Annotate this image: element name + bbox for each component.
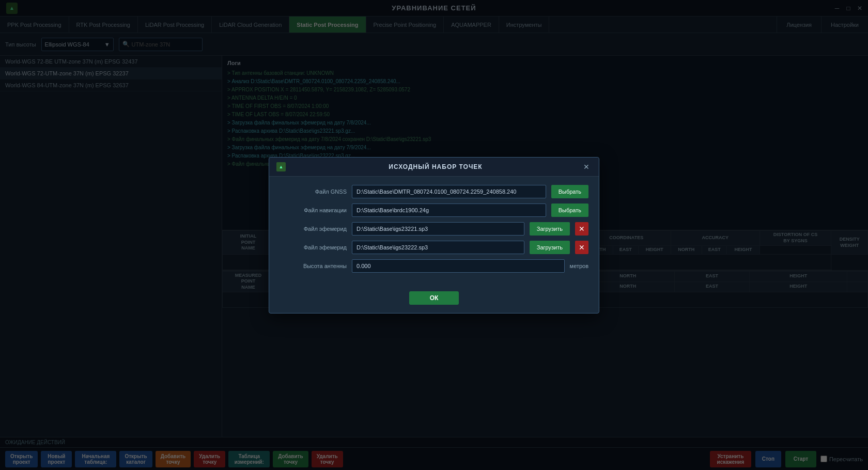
modal-overlay: ▲ ИСХОДНЫЙ НАБОР ТОЧЕК ✕ Файл GNSS Выбра… (0, 0, 868, 470)
gnss-input[interactable] (352, 185, 546, 198)
modal-body: Файл GNSS Выбрать Файл навигации Выбрать… (269, 177, 599, 286)
eph2-input[interactable] (352, 241, 524, 254)
modal-row-eph2: Файл эфемерид Загрузить ✕ (280, 241, 588, 254)
eph1-delete-button[interactable]: ✕ (575, 222, 588, 236)
nav-select-button[interactable]: Выбрать (551, 203, 588, 217)
gnss-label: Файл GNSS (280, 189, 347, 195)
modal-close-button[interactable]: ✕ (581, 162, 592, 172)
eph1-label: Файл эфемерид (280, 226, 347, 232)
antenna-label: Высота антенны (280, 263, 347, 269)
modal-logo: ▲ (276, 162, 286, 171)
modal-row-nav: Файл навигации Выбрать (280, 203, 588, 217)
antenna-units: метров (570, 263, 588, 269)
eph2-delete-button[interactable]: ✕ (575, 241, 588, 254)
nav-input[interactable] (352, 203, 546, 217)
modal-dialog: ▲ ИСХОДНЫЙ НАБОР ТОЧЕК ✕ Файл GNSS Выбра… (269, 157, 599, 314)
modal-ok-button[interactable]: ОК (409, 291, 459, 305)
gnss-select-button[interactable]: Выбрать (551, 185, 588, 198)
eph2-load-button[interactable]: Загрузить (530, 241, 570, 254)
modal-row-gnss: Файл GNSS Выбрать (280, 185, 588, 198)
modal-row-eph1: Файл эфемерид Загрузить ✕ (280, 222, 588, 236)
modal-footer: ОК (269, 286, 599, 313)
antenna-input[interactable] (352, 259, 565, 273)
eph1-input[interactable] (352, 222, 524, 236)
modal-title: ИСХОДНЫЙ НАБОР ТОЧЕК (290, 163, 581, 170)
nav-label: Файл навигации (280, 207, 347, 213)
modal-row-antenna: Высота антенны метров (280, 259, 588, 273)
eph2-label: Файл эфемерид (280, 244, 347, 250)
eph1-load-button[interactable]: Загрузить (530, 222, 570, 236)
modal-header: ▲ ИСХОДНЫЙ НАБОР ТОЧЕК ✕ (269, 158, 599, 177)
